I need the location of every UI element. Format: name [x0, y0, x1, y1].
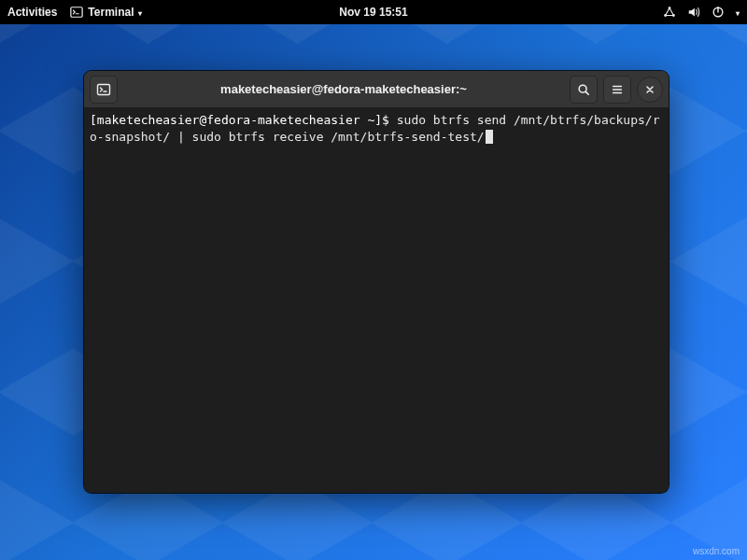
terminal-content[interactable]: [maketecheasier@fedora-maketecheasier ~]… [84, 108, 669, 493]
new-tab-button[interactable] [90, 76, 118, 104]
chevron-down-icon: ▾ [736, 9, 740, 18]
shell-prompt: [maketecheasier@fedora-maketecheasier ~]… [90, 113, 397, 127]
window-title: maketecheasier@fedora-maketecheasier:~ [123, 82, 564, 96]
svg-point-6 [579, 85, 586, 92]
power-icon [712, 6, 725, 19]
svg-rect-5 [98, 84, 110, 94]
app-menu[interactable]: Terminal ▾ [70, 6, 142, 19]
hamburger-icon [611, 83, 624, 96]
app-menu-label: Terminal [88, 6, 134, 19]
terminal-window: maketecheasier@fedora-maketecheasier:~ [… [84, 71, 669, 493]
gnome-top-bar: Activities Terminal ▾ Nov 19 15:51 ▾ [0, 0, 747, 24]
search-button[interactable] [570, 76, 598, 104]
terminal-icon [96, 82, 111, 97]
clock[interactable]: Nov 19 15:51 [339, 6, 407, 19]
close-icon [644, 84, 655, 95]
system-status-area[interactable]: ▾ [663, 6, 740, 19]
search-icon [577, 83, 590, 96]
window-titlebar[interactable]: maketecheasier@fedora-maketecheasier:~ [84, 71, 669, 108]
volume-icon [687, 6, 700, 19]
watermark: wsxdn.com [693, 546, 740, 556]
text-cursor [486, 130, 493, 144]
chevron-down-icon: ▾ [138, 9, 142, 18]
network-icon [663, 6, 676, 19]
terminal-icon [70, 6, 83, 19]
activities-button[interactable]: Activities [7, 6, 57, 19]
menu-button[interactable] [603, 76, 631, 104]
svg-rect-0 [71, 7, 82, 18]
close-button[interactable] [637, 77, 663, 103]
